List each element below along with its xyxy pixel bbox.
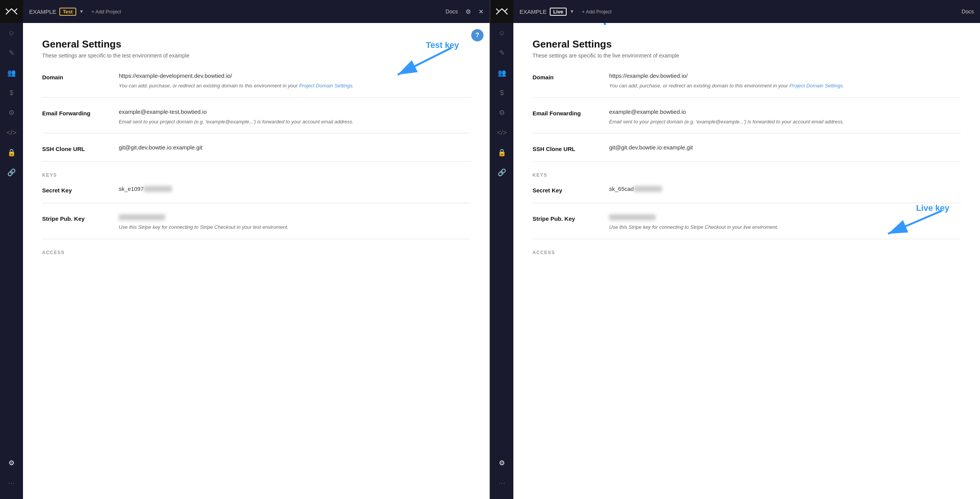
right-domain-label: Domain bbox=[533, 72, 609, 90]
right-domain-settings-link[interactable]: Project Domain Settings. bbox=[789, 83, 844, 89]
right-stripe-note: Use this Stripe key for connecting to St… bbox=[609, 223, 961, 231]
right-domain-value: https://example.dev.bowtied.io/ You can … bbox=[609, 72, 961, 90]
sidebar-item-code[interactable]: </> bbox=[0, 123, 23, 143]
left-docs-link[interactable]: Docs bbox=[446, 8, 458, 15]
left-secret-key-label: Secret Key bbox=[42, 185, 119, 195]
left-secret-key-prefix: sk_e1097 bbox=[119, 185, 144, 192]
left-domain-value: https://example-development.dev.bowtied.… bbox=[119, 72, 470, 90]
left-settings-icon[interactable]: ⚙ bbox=[465, 8, 471, 15]
left-env-badge[interactable]: Test bbox=[59, 8, 76, 16]
right-email-row: Email Forwarding example@example.bowtied… bbox=[533, 108, 961, 134]
left-email-value: example@example-test.bowtied.io Email se… bbox=[119, 108, 470, 126]
left-domain-label: Domain bbox=[42, 72, 119, 90]
sidebar-item-edit[interactable]: ✎ bbox=[0, 43, 23, 63]
left-email-label: Email Forwarding bbox=[42, 108, 119, 126]
left-ssh-row: SSH Clone URL git@git.dev.bowtie.io:exam… bbox=[42, 144, 470, 162]
left-sidebar: ☺ ✎ 👥 $ ⚙ </> 🔒 🔗 ⚙ ⋯ bbox=[0, 0, 23, 499]
sidebar-item-billing[interactable]: $ bbox=[0, 83, 23, 103]
right-sidebar-item-code[interactable]: </> bbox=[490, 123, 513, 143]
sidebar-item-settings[interactable]: ⚙ bbox=[0, 453, 23, 473]
right-secret-key-value: sk_65cad bbox=[609, 185, 961, 195]
sidebar-item-lock[interactable]: 🔒 bbox=[0, 143, 23, 163]
left-page-subtitle: These settings are specific to the test … bbox=[42, 53, 470, 59]
left-keys-section-header: KEYS bbox=[42, 172, 470, 178]
left-domain-note-text: You can add, purchase, or redirect an ex… bbox=[119, 83, 299, 89]
right-topbar: EXAMPLE Live ▼ + Add Project Docs bbox=[513, 0, 980, 23]
left-stripe-key-label: Stripe Pub. Key bbox=[42, 214, 119, 231]
right-email-value: example@example.bowtied.io Email sent to… bbox=[609, 108, 961, 126]
left-email-row: Email Forwarding example@example-test.bo… bbox=[42, 108, 470, 134]
sidebar-item-people[interactable]: 👥 bbox=[0, 63, 23, 83]
right-stripe-key-label: Stripe Pub. Key bbox=[533, 214, 609, 231]
sidebar-item-link[interactable]: 🔗 bbox=[0, 163, 23, 182]
right-content: Live key General Settings These settings… bbox=[513, 23, 980, 499]
left-project-name: EXAMPLE bbox=[29, 8, 56, 15]
left-page-title: General Settings bbox=[42, 38, 470, 50]
right-secret-key-label: Secret Key bbox=[533, 185, 609, 195]
left-stripe-key-text bbox=[119, 214, 470, 220]
sidebar-item-gear[interactable]: ⚙ bbox=[0, 103, 23, 123]
left-stripe-key-blurred bbox=[119, 214, 165, 220]
right-email-text: example@example.bowtied.io bbox=[609, 108, 961, 115]
right-panel: ☺ ✎ 👥 $ ⚙ </> 🔒 🔗 ⚙ ⋯ EXAMPLE Live ▼ + A… bbox=[490, 0, 980, 499]
left-secret-key-row: Secret Key sk_e1097 bbox=[42, 185, 470, 203]
right-domain-row: Domain https://example.dev.bowtied.io/ Y… bbox=[533, 72, 961, 98]
right-env-badge[interactable]: Live bbox=[550, 8, 567, 16]
right-ssh-value: git@git.dev.bowtie.io:example.git bbox=[609, 144, 961, 154]
right-email-note: Email sent to your project domain (e.g. … bbox=[609, 118, 961, 126]
left-add-project[interactable]: + Add Project bbox=[92, 9, 121, 15]
logo[interactable] bbox=[0, 0, 23, 23]
left-domain-text: https://example-development.dev.bowtied.… bbox=[119, 72, 470, 79]
left-ssh-value: git@git.dev.bowtie.io:example.git bbox=[119, 144, 470, 154]
right-project-name: EXAMPLE bbox=[519, 8, 547, 15]
right-sidebar-item-gear[interactable]: ⚙ bbox=[490, 103, 513, 123]
right-add-project[interactable]: + Add Project bbox=[582, 9, 612, 15]
right-stripe-key-blurred bbox=[609, 214, 656, 220]
right-sidebar-item-lock[interactable]: 🔒 bbox=[490, 143, 513, 163]
left-help-button[interactable]: ? bbox=[471, 29, 483, 41]
right-secret-key-text: sk_65cad bbox=[609, 185, 961, 192]
right-logo[interactable] bbox=[490, 0, 513, 23]
right-docs-link[interactable]: Docs bbox=[962, 8, 974, 15]
left-env-chevron[interactable]: ▼ bbox=[79, 9, 84, 14]
svg-line-1 bbox=[398, 48, 451, 75]
left-ssh-text: git@git.dev.bowtie.io:example.git bbox=[119, 144, 470, 151]
right-page-subtitle: These settings are specific to the live … bbox=[533, 53, 961, 59]
left-access-section-header: ACCESS bbox=[42, 250, 470, 255]
right-stripe-key-row: Stripe Pub. Key Use this Stripe key for … bbox=[533, 214, 961, 239]
left-email-text: example@example-test.bowtied.io bbox=[119, 108, 470, 115]
svg-line-5 bbox=[598, 23, 605, 25]
right-env-chevron[interactable]: ▼ bbox=[570, 9, 574, 14]
left-email-note: Email sent to your project domain (e.g. … bbox=[119, 118, 470, 126]
right-sidebar-item-settings[interactable]: ⚙ bbox=[490, 453, 513, 473]
right-annotation-text: Live key bbox=[916, 203, 949, 213]
left-stripe-key-value: Use this Stripe key for connecting to St… bbox=[119, 214, 470, 231]
right-domain-text: https://example.dev.bowtied.io/ bbox=[609, 72, 961, 79]
left-stripe-note: Use this Stripe key for connecting to St… bbox=[119, 223, 470, 231]
right-page-title: General Settings bbox=[533, 38, 961, 50]
left-ssh-label: SSH Clone URL bbox=[42, 144, 119, 154]
right-stripe-key-text bbox=[609, 214, 961, 220]
right-sidebar-item-more[interactable]: ⋯ bbox=[490, 473, 513, 493]
right-sidebar-item-user[interactable]: ☺ bbox=[490, 23, 513, 43]
right-domain-note: You can add, purchase, or redirect an ex… bbox=[609, 82, 961, 90]
left-close-icon[interactable]: ✕ bbox=[479, 8, 483, 15]
right-access-section-header: ACCESS bbox=[533, 250, 961, 255]
right-secret-key-prefix: sk_65cad bbox=[609, 185, 634, 192]
left-domain-settings-link[interactable]: Project Domain Settings. bbox=[299, 83, 354, 89]
right-sidebar-item-people[interactable]: 👥 bbox=[490, 63, 513, 83]
right-secret-key-blurred bbox=[634, 186, 662, 192]
right-sidebar-item-billing[interactable]: $ bbox=[490, 83, 513, 103]
left-content: ? Test key General Settings These settin… bbox=[23, 23, 490, 499]
sidebar-item-user[interactable]: ☺ bbox=[0, 23, 23, 43]
right-sidebar-item-link[interactable]: 🔗 bbox=[490, 163, 513, 182]
right-stripe-key-value: Use this Stripe key for connecting to St… bbox=[609, 214, 961, 231]
left-secret-key-blurred bbox=[144, 186, 172, 192]
right-domain-note-text: You can add, purchase, or redirect an ex… bbox=[609, 83, 789, 89]
right-sidebar-item-edit[interactable]: ✎ bbox=[490, 43, 513, 63]
left-secret-key-value: sk_e1097 bbox=[119, 185, 470, 195]
sidebar-item-more[interactable]: ⋯ bbox=[0, 473, 23, 493]
right-ssh-row: SSH Clone URL git@git.dev.bowtie.io:exam… bbox=[533, 144, 961, 162]
right-sidebar: ☺ ✎ 👥 $ ⚙ </> 🔒 🔗 ⚙ ⋯ bbox=[490, 0, 513, 499]
left-domain-row: Domain https://example-development.dev.b… bbox=[42, 72, 470, 98]
